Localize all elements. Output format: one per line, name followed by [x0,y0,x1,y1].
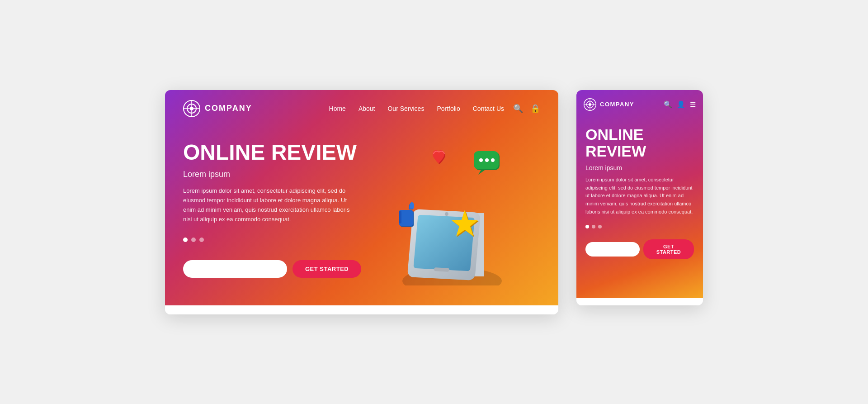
mobile-user-icon[interactable]: 👤 [677,100,685,109]
desktop-nav-links: Home About Our Services Portfolio Contac… [329,105,504,112]
nav-action-icons: 🔍 🔒 [513,104,540,114]
desktop-illustration [362,141,540,287]
nav-link-services[interactable]: Our Services [387,105,424,112]
mobile-cta-row: GET STARTED [585,239,694,259]
nav-link-portfolio[interactable]: Portfolio [437,105,460,112]
desktop-mockup: COMPANY Home About Our Services Portfoli… [165,90,558,314]
desktop-hero-title: ONLINE REVIEW [183,141,362,165]
search-icon[interactable]: 🔍 [513,104,523,114]
mobile-logo-text: COMPANY [600,101,634,108]
mobile-logo-area: COMPANY [584,98,634,111]
dot-1[interactable] [183,238,188,242]
mobile-hero-content: ONLINE REVIEW Lorem ipsum Lorem ipsum do… [576,119,703,273]
desktop-bottom-bar [165,305,558,314]
desktop-logo-text: COMPANY [205,104,252,113]
user-icon[interactable]: 🔒 [530,104,540,114]
desktop-hero-svg [362,141,533,285]
mobile-mockup: COMPANY 🔍 👤 ☰ ONLINE REVIEW Lorem ipsum … [576,90,703,305]
page-wrapper: COMPANY Home About Our Services Portfoli… [165,90,703,314]
mobile-nav: COMPANY 🔍 👤 ☰ [576,90,703,119]
mobile-hero-title: ONLINE REVIEW [585,126,694,160]
logo-circle-icon [183,100,200,117]
mobile-menu-icon[interactable]: ☰ [690,100,696,109]
mobile-search-icon[interactable]: 🔍 [664,100,672,109]
svg-rect-19 [399,211,401,223]
nav-link-about[interactable]: About [359,105,375,112]
desktop-email-input[interactable] [183,260,287,278]
mobile-get-started-button[interactable]: GET STARTED [643,239,694,259]
mobile-dot-2[interactable] [592,225,595,228]
nav-link-contact[interactable]: Contact Us [473,105,504,112]
mobile-email-input[interactable] [585,242,640,257]
desktop-nav: COMPANY Home About Our Services Portfoli… [165,90,558,127]
svg-point-15 [491,158,495,162]
logo-area: COMPANY [183,100,252,117]
mobile-dot-3[interactable] [598,225,602,228]
desktop-get-started-button[interactable]: GET STARTED [292,260,361,278]
desktop-hero-content: ONLINE REVIEW Lorem ipsum Lorem ipsum do… [165,127,558,305]
thumbs-up-icon [399,202,414,226]
mobile-bottom-bar [576,298,703,305]
svg-point-13 [479,158,483,162]
mobile-dot-1[interactable] [585,225,589,228]
dot-2[interactable] [191,238,196,242]
desktop-hero-body: Lorem ipsum dolor sit amet, consectetur … [183,186,359,224]
desktop-cta-row: GET STARTED [183,260,362,278]
mobile-nav-icons: 🔍 👤 ☰ [664,100,696,109]
desktop-carousel-dots [183,238,362,242]
mobile-hero-subtitle: Lorem ipsum [585,164,694,171]
mobile-logo-icon [584,98,596,111]
desktop-hero-subtitle: Lorem ipsum [183,170,362,179]
svg-point-14 [485,158,489,162]
heart-icon [433,150,445,164]
nav-link-home[interactable]: Home [329,105,346,112]
mobile-carousel-dots [585,225,694,228]
chat-bubble-icon [474,151,500,175]
mobile-hero-body: Lorem ipsum dolor sit amet, consectetur … [585,176,694,216]
desktop-hero: COMPANY Home About Our Services Portfoli… [165,90,558,305]
mobile-hero: COMPANY 🔍 👤 ☰ ONLINE REVIEW Lorem ipsum … [576,90,703,298]
desktop-hero-text: ONLINE REVIEW Lorem ipsum Lorem ipsum do… [183,141,362,287]
dot-3[interactable] [199,238,204,242]
